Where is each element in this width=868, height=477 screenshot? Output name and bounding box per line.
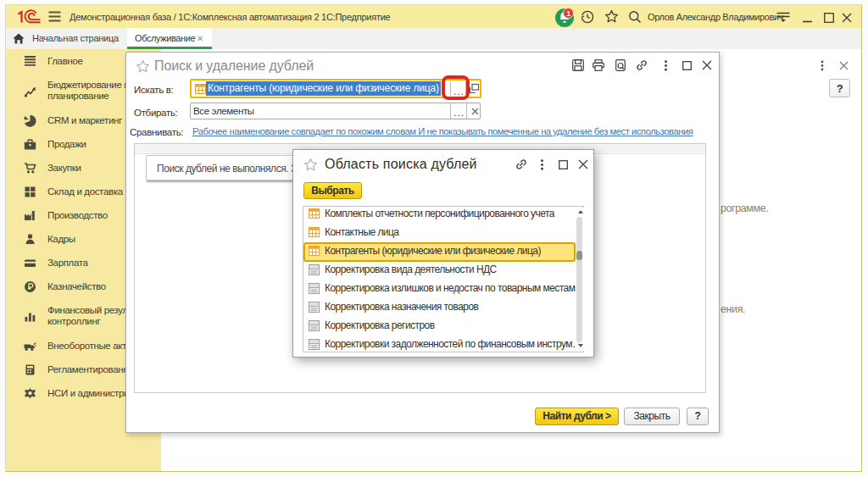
svg-text:1: 1 (566, 9, 570, 18)
